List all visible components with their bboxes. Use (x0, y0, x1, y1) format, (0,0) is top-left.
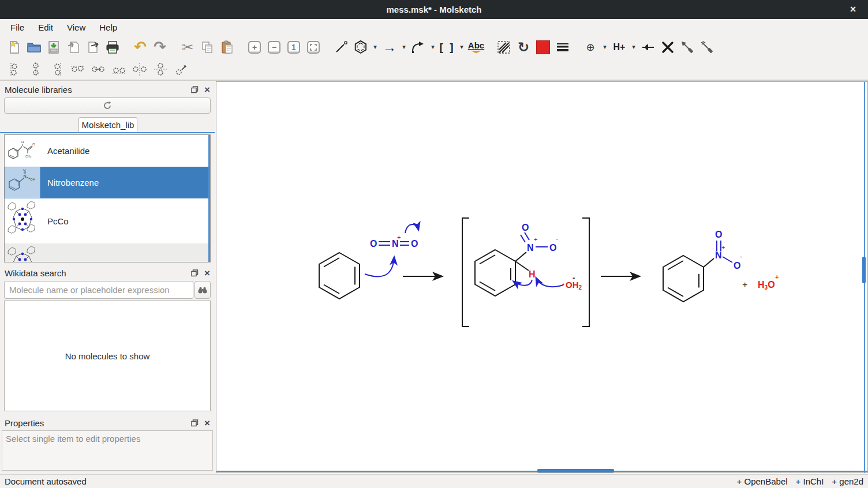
brackets-dropdown[interactable]: ▾ (457, 38, 466, 57)
svg-text:+: + (397, 234, 401, 241)
molecule-thumbnail: H O CH₃ (5, 135, 40, 167)
open-file-button[interactable] (24, 38, 44, 57)
print-button[interactable] (103, 38, 122, 57)
optimize-tool-2[interactable] (697, 38, 717, 57)
menu-edit[interactable]: Edit (32, 21, 59, 34)
library-item-pcfe[interactable]: PcFe (5, 243, 210, 262)
canvas-vscrollbar-thumb[interactable] (862, 257, 866, 283)
save-button[interactable] (44, 38, 63, 57)
export-button[interactable] (83, 38, 103, 57)
menu-file[interactable]: File (5, 21, 30, 34)
zoom-original-button[interactable]: 1 (284, 38, 304, 57)
float-panel-icon[interactable] (191, 419, 199, 427)
align-hcenter-button[interactable] (88, 61, 108, 78)
hydrogen-tool[interactable]: H+ (609, 38, 629, 57)
undo-button[interactable]: ↶ (130, 38, 150, 57)
wikidata-search-button[interactable] (194, 281, 211, 299)
reaction-arrow-tool[interactable]: → (380, 38, 399, 57)
charge-dropdown[interactable]: ▾ (600, 38, 609, 57)
refresh-libraries-button[interactable] (4, 97, 211, 114)
mechanism-arrow-no-bond-to-o[interactable] (405, 224, 418, 233)
rotate-button[interactable]: ↻ (514, 38, 533, 57)
tab-molsketch-lib[interactable]: Molsketch_lib (78, 117, 137, 133)
window-close-button[interactable]: × (846, 2, 860, 16)
mechanism-arrow-h-to-ring[interactable] (514, 280, 532, 286)
arenium-intermediate[interactable]: O N + O - H (475, 223, 558, 296)
float-panel-icon[interactable] (191, 86, 199, 93)
delete-tool[interactable] (658, 38, 678, 57)
close-panel-icon[interactable]: × (204, 268, 210, 278)
cut-button[interactable]: ✂ (178, 38, 197, 57)
library-item-nitrobenzene[interactable]: N O OH Nitrobenzene (5, 167, 210, 198)
svg-text:-: - (573, 273, 575, 282)
svg-text:+: + (775, 273, 779, 280)
new-document-button[interactable] (5, 38, 24, 57)
align-top-button[interactable] (67, 61, 88, 78)
line-width-icon (556, 42, 570, 52)
color-swatch-button[interactable] (533, 38, 553, 57)
open-folder-icon (27, 41, 42, 54)
svg-text:-: - (740, 252, 742, 261)
library-list-scrollbar[interactable] (208, 135, 210, 262)
menu-help[interactable]: Help (93, 21, 123, 34)
optimize-tool-1[interactable] (678, 38, 697, 57)
svg-text:H3O: H3O (758, 280, 775, 291)
hydronium-label[interactable]: H3O + (758, 273, 779, 291)
lone-pair-tool[interactable] (638, 38, 658, 57)
copy-button[interactable] (197, 38, 217, 57)
rotate-icon: ↻ (518, 39, 529, 55)
nitronium-ion[interactable]: O N + O (370, 234, 418, 249)
canvas-hscrollbar-thumb[interactable] (537, 469, 614, 472)
drawing-canvas[interactable]: O N + O O N + O (216, 81, 868, 473)
color-swatch-red (536, 40, 550, 54)
hammer-arrows-icon (680, 40, 694, 54)
float-panel-icon[interactable] (191, 269, 199, 277)
water-base-label[interactable]: OH2 - (562, 273, 582, 291)
hash-pattern-button[interactable] (494, 38, 514, 57)
line-width-button[interactable] (553, 38, 573, 57)
brackets-tool[interactable]: [ ] (437, 38, 457, 57)
close-panel-icon[interactable]: × (204, 418, 210, 428)
svg-text:O: O (411, 239, 418, 249)
flip-rotate-button[interactable] (171, 61, 192, 78)
library-item-pcco[interactable]: PcCo (5, 198, 210, 243)
library-item-acetanilide[interactable]: H O CH₃ Acetanilide (5, 135, 210, 167)
ring-tool-dropdown[interactable]: ▾ (371, 38, 380, 57)
charge-tool[interactable]: ⊕ (581, 38, 600, 57)
hook-arrow-icon (641, 43, 655, 51)
align-bottom-button[interactable] (108, 61, 129, 78)
right-bracket[interactable] (582, 218, 589, 326)
mechanism-arrow-tool[interactable] (409, 38, 428, 57)
hydrogen-dropdown[interactable]: ▾ (629, 38, 638, 57)
paste-button[interactable] (217, 38, 237, 57)
properties-panel-title: Properties (5, 418, 44, 428)
align-right-button[interactable] (46, 61, 67, 78)
align-left-icon (8, 62, 23, 77)
left-bracket[interactable] (462, 218, 469, 326)
main-toolbar: ↶ ↷ ✂ + − 1 ▾ (0, 36, 868, 58)
distribute-vertical-button[interactable] (150, 61, 171, 78)
text-tool[interactable]: Abc (466, 38, 486, 57)
wikidata-search-input[interactable] (4, 281, 193, 299)
close-panel-icon[interactable]: × (204, 85, 210, 95)
align-vcenter-button[interactable] (25, 61, 46, 78)
flip-rotate-icon (174, 62, 189, 77)
export-icon (86, 40, 100, 54)
mechanism-arrow-dropdown[interactable]: ▾ (428, 38, 437, 57)
benzene-molecule[interactable] (319, 253, 360, 299)
reaction-arrow-dropdown[interactable]: ▾ (399, 38, 409, 57)
distribute-horizontal-button[interactable] (129, 61, 150, 78)
nitrobenzene-product[interactable]: N + O O - (663, 230, 742, 302)
menu-view[interactable]: View (61, 21, 91, 34)
draw-bond-tool[interactable] (331, 38, 351, 57)
zoom-fit-button[interactable] (304, 38, 323, 57)
import-button[interactable] (63, 38, 83, 57)
redo-button[interactable]: ↷ (150, 38, 170, 57)
ring-tool[interactable] (351, 38, 371, 57)
align-left-button[interactable] (5, 61, 25, 78)
zoom-out-button[interactable]: − (264, 38, 284, 57)
zoom-in-button[interactable]: + (245, 38, 264, 57)
mechanism-arrow-benzene-to-n[interactable] (365, 257, 394, 276)
text-tool-icon: Abc (468, 41, 484, 54)
mechanism-arrow-water-to-h[interactable] (536, 278, 563, 287)
